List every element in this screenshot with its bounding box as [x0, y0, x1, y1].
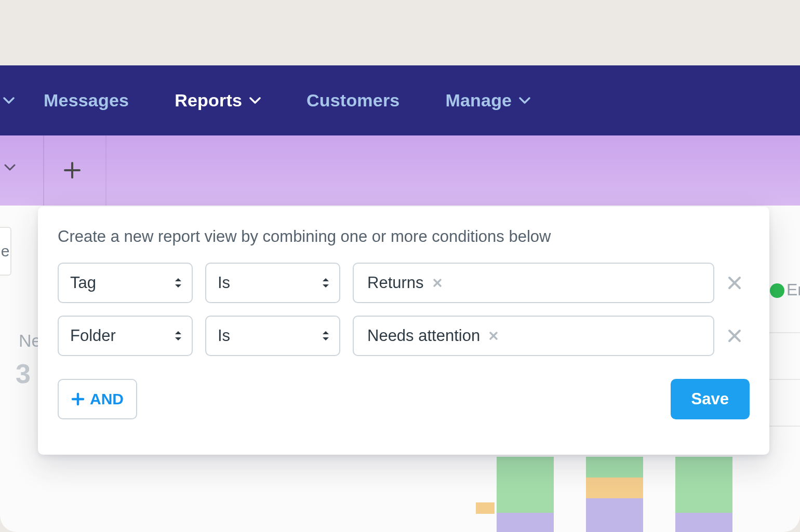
chip-remove-button[interactable]: [488, 331, 499, 341]
condition-value-input[interactable]: Returns: [353, 263, 714, 303]
chip-label: Returns: [367, 274, 424, 292]
chevron-down-icon: [249, 97, 261, 104]
condition-row: Folder Is Needs attention: [58, 316, 750, 356]
sort-caret-icon: [322, 330, 330, 342]
divider: [43, 135, 44, 206]
divider: [766, 426, 800, 427]
nav-item-messages[interactable]: Messages: [21, 90, 152, 111]
sort-caret-icon: [174, 277, 182, 289]
status-dot-icon: [770, 283, 784, 298]
select-value: Tag: [70, 274, 96, 292]
background-metric-value: 3: [16, 358, 31, 389]
chart-bar: [586, 498, 643, 532]
panel-footer: AND Save: [58, 379, 750, 419]
sort-caret-icon: [322, 277, 330, 289]
close-icon: [488, 331, 499, 341]
divider: [766, 332, 800, 333]
select-value: Is: [218, 326, 230, 345]
condition-row: Tag Is Returns: [58, 263, 750, 303]
chip-remove-button[interactable]: [432, 278, 443, 288]
close-icon: [432, 278, 443, 288]
top-navbar: Messages Reports Customers Manage: [0, 65, 800, 135]
chart-bar: [675, 513, 732, 532]
nav-item-manage[interactable]: Manage: [422, 90, 553, 111]
background-side-tab: e: [0, 227, 11, 276]
remove-condition-button[interactable]: [727, 275, 750, 291]
close-icon: [727, 328, 742, 344]
tab-dropdown[interactable]: [4, 164, 16, 171]
nav-item-reports[interactable]: Reports: [152, 90, 284, 111]
condition-operator-select[interactable]: Is: [205, 263, 340, 303]
chevron-down-icon: [3, 97, 15, 104]
nav-label: Customers: [306, 90, 399, 111]
nav-label: Manage: [445, 90, 512, 111]
condition-operator-select[interactable]: Is: [205, 316, 340, 356]
sort-caret-icon: [174, 330, 182, 342]
add-and-condition-button[interactable]: AND: [58, 379, 137, 419]
chevron-down-icon: [4, 164, 16, 171]
chip-label: Needs attention: [367, 326, 480, 345]
panel-description: Create a new report view by combining on…: [58, 227, 750, 246]
chart-bar: [497, 513, 554, 532]
remove-condition-button[interactable]: [727, 328, 750, 344]
divider: [105, 135, 106, 206]
report-filter-panel: Create a new report view by combining on…: [38, 207, 769, 455]
text-fragment: e: [1, 242, 10, 260]
select-value: Folder: [70, 326, 116, 345]
condition-value-input[interactable]: Needs attention: [353, 316, 714, 356]
divider: [766, 379, 800, 380]
chevron-down-icon: [519, 97, 530, 104]
select-value: Is: [218, 274, 230, 292]
nav-label: Messages: [44, 90, 129, 111]
save-button[interactable]: Save: [671, 379, 750, 419]
add-tab-button[interactable]: [62, 160, 82, 180]
condition-field-select[interactable]: Folder: [58, 316, 193, 356]
close-icon: [727, 275, 742, 291]
condition-field-select[interactable]: Tag: [58, 263, 193, 303]
button-label: AND: [90, 390, 124, 408]
chart-bar: [586, 478, 643, 498]
report-tabs-bar: [0, 135, 800, 206]
plus-icon: [71, 392, 85, 406]
nav-leading-dropdown[interactable]: [0, 97, 21, 104]
chart-bar: [476, 502, 495, 514]
plus-icon: [62, 160, 82, 180]
nav-label: Reports: [175, 90, 242, 111]
background-status-fragment: Er: [786, 280, 800, 299]
nav-item-customers[interactable]: Customers: [284, 90, 422, 111]
button-label: Save: [691, 390, 729, 408]
